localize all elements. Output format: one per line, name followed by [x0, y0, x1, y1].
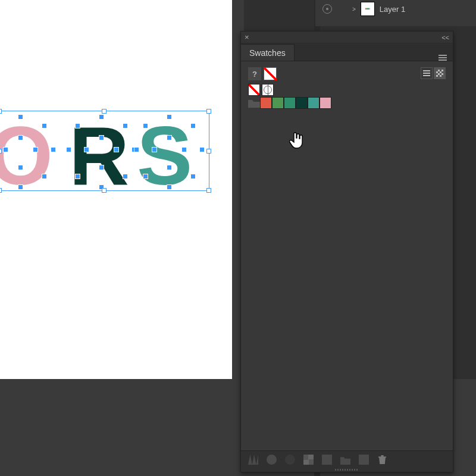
- layer-name[interactable]: Layer 1: [380, 5, 405, 14]
- new-folder-icon[interactable]: [340, 455, 350, 465]
- new-swatch-icon[interactable]: [322, 455, 332, 465]
- swatches-body: ?: [241, 61, 453, 450]
- swatch-pink[interactable]: [320, 97, 331, 109]
- selection-handle[interactable]: [0, 188, 2, 193]
- swatch-sea-green[interactable]: [284, 97, 296, 109]
- close-icon[interactable]: ×: [245, 33, 249, 42]
- swatch-none[interactable]: [248, 84, 260, 96]
- swatch-green[interactable]: [272, 97, 284, 109]
- swatch-dark-teal[interactable]: [296, 97, 308, 109]
- grid-view-button[interactable]: [434, 67, 446, 79]
- eye-icon[interactable]: [322, 4, 332, 14]
- selection-handle[interactable]: [0, 149, 2, 154]
- collapse-icon[interactable]: <<: [441, 34, 449, 41]
- panel-menu-button[interactable]: [433, 55, 453, 61]
- swatches-panel[interactable]: × << Swatches ?: [240, 31, 453, 472]
- tab-swatches[interactable]: Swatches: [241, 44, 295, 61]
- swatch-row: [248, 97, 446, 109]
- swatch-registration[interactable]: [262, 84, 274, 96]
- swatch-libraries-icon[interactable]: [248, 455, 258, 465]
- selection-handle[interactable]: [206, 149, 211, 154]
- artboard[interactable]: ORS: [0, 0, 232, 379]
- selection-handle[interactable]: [102, 109, 107, 114]
- selection-bounding-box[interactable]: [0, 111, 209, 191]
- panel-titlebar[interactable]: × <<: [241, 32, 453, 43]
- swatch-orange-red[interactable]: [260, 97, 272, 109]
- tab-label: Swatches: [249, 48, 286, 58]
- no-fill-swatch[interactable]: [264, 67, 277, 80]
- swatch-special-row: [248, 84, 446, 96]
- trash-icon[interactable]: [377, 455, 387, 465]
- selection-handle[interactable]: [102, 188, 107, 193]
- layer-thumbnail[interactable]: ••••: [361, 2, 375, 16]
- resize-grip[interactable]: [241, 468, 453, 472]
- swatch-kind-icon[interactable]: [267, 455, 277, 465]
- cloud-icon[interactable]: [285, 455, 295, 465]
- swatch-teal[interactable]: [308, 97, 320, 109]
- color-group-icon[interactable]: [303, 455, 314, 465]
- panel-tabs: Swatches: [241, 43, 453, 61]
- selection-handle[interactable]: [206, 188, 211, 193]
- selection-handle[interactable]: [206, 109, 211, 114]
- layers-panel[interactable]: > •••• Layer 1: [315, 0, 476, 26]
- list-view-button[interactable]: [421, 67, 433, 79]
- duplicate-icon[interactable]: [359, 455, 369, 465]
- selection-handle[interactable]: [0, 109, 2, 114]
- folder-icon[interactable]: [248, 97, 260, 109]
- view-toggle: [421, 67, 446, 79]
- unknown-swatch[interactable]: ?: [248, 67, 261, 80]
- swatch-tool-row: ?: [248, 67, 446, 80]
- layer-row[interactable]: > •••• Layer 1: [318, 0, 476, 18]
- panel-footer: [241, 450, 453, 468]
- chevron-right-icon[interactable]: >: [352, 6, 356, 12]
